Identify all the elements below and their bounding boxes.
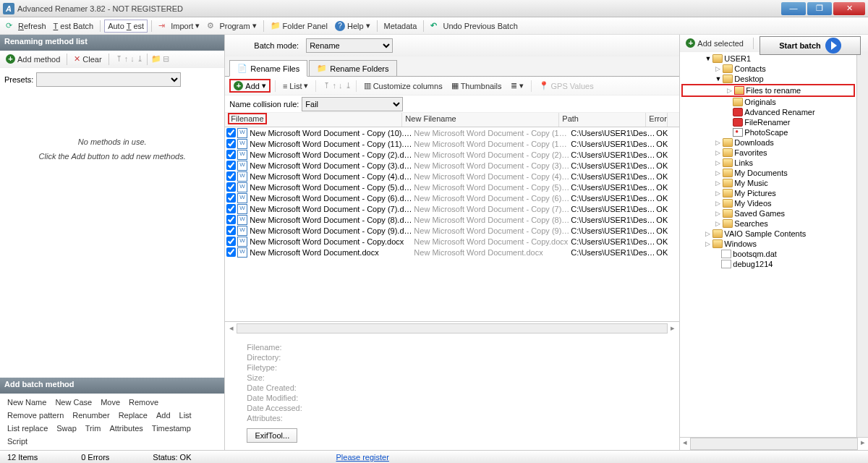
clear-button[interactable]: Clear: [71, 53, 104, 65]
tree-item[interactable]: Searches: [681, 218, 855, 229]
table-row[interactable]: New Microsoft Word Document - Copy.docxN…: [225, 236, 679, 247]
tree-item[interactable]: Desktop: [681, 74, 855, 84]
table-row[interactable]: New Microsoft Word Document - Copy (9).d…: [225, 225, 679, 236]
expand-icon[interactable]: [715, 75, 721, 82]
batch-method-replace[interactable]: Replace: [116, 409, 150, 421]
tree-item[interactable]: USER1: [681, 54, 855, 64]
tree-item[interactable]: My Pictures: [681, 188, 855, 198]
register-link[interactable]: Please register: [336, 453, 389, 462]
tree-item[interactable]: My Music: [681, 178, 855, 188]
help-menu[interactable]: Help ▾: [332, 20, 373, 33]
import-menu[interactable]: Import ▾: [156, 20, 203, 33]
tree-item[interactable]: My Documents: [681, 168, 855, 178]
batch-method-remove-pattern[interactable]: Remove pattern: [4, 409, 67, 421]
horizontal-scrollbar[interactable]: ◂▸: [225, 321, 679, 334]
batch-method-move[interactable]: Move: [98, 396, 123, 408]
file-reorder-arrows[interactable]: ⤒ ↑ ↓ ⤓: [323, 81, 351, 90]
maximize-button[interactable]: ❐: [807, 2, 832, 15]
save-icon[interactable]: ⊟: [163, 54, 169, 64]
batch-method-timestamp[interactable]: Timestamp: [149, 422, 194, 434]
add-method-button[interactable]: Add method: [3, 53, 63, 65]
customize-columns-button[interactable]: ▥ Customize columns: [361, 80, 446, 92]
expand-icon[interactable]: [705, 230, 711, 237]
tree-item[interactable]: PhotoScape: [681, 127, 855, 137]
row-checkbox[interactable]: [226, 204, 236, 213]
expand-icon[interactable]: [715, 65, 721, 72]
tree-item[interactable]: Favorites: [681, 148, 855, 158]
add-files-button[interactable]: Add ▾: [229, 79, 271, 93]
tree-item[interactable]: Downloads: [681, 137, 855, 148]
tree-item[interactable]: FileRenamer: [681, 117, 855, 127]
row-checkbox[interactable]: [226, 139, 236, 148]
batch-mode-select[interactable]: Rename: [306, 38, 393, 53]
tab-rename-files[interactable]: Rename Files: [229, 60, 307, 77]
th-error[interactable]: Error: [646, 113, 668, 127]
metadata-menu[interactable]: Metadata: [381, 20, 420, 32]
minimize-button[interactable]: —: [781, 2, 806, 15]
expand-icon[interactable]: [715, 179, 721, 187]
row-checkbox[interactable]: [226, 182, 236, 192]
undo-menu[interactable]: Undo Previous Batch: [427, 20, 520, 33]
program-menu[interactable]: Program ▾: [204, 20, 259, 33]
row-checkbox[interactable]: [226, 215, 236, 224]
table-row[interactable]: New Microsoft Word Document - Copy (4).d…: [225, 171, 679, 182]
list-button[interactable]: ≡ List ▾: [280, 80, 312, 92]
tree-item[interactable]: bootsqm.dat: [681, 249, 855, 259]
batch-method-remove[interactable]: Remove: [126, 396, 161, 408]
table-row[interactable]: New Microsoft Word Document - Copy (3).d…: [225, 160, 679, 171]
table-row[interactable]: New Microsoft Word Document - Copy (5).d…: [225, 182, 679, 192]
folder-shortcut-icon[interactable]: 📁: [151, 54, 161, 64]
batch-method-list[interactable]: List: [176, 409, 195, 421]
tree-item[interactable]: debug1214: [681, 259, 855, 269]
batch-method-swap[interactable]: Swap: [54, 422, 80, 434]
exiftool-button[interactable]: ExifTool...: [247, 428, 297, 443]
table-row[interactable]: New Microsoft Word Document - Copy (7).d…: [225, 203, 679, 214]
table-row[interactable]: New Microsoft Word Document - Copy (2).d…: [225, 149, 679, 160]
expand-icon[interactable]: [715, 200, 721, 207]
refresh-menu[interactable]: Refresh: [3, 20, 49, 33]
tree-hscrollbar[interactable]: ◂ ▸: [680, 437, 868, 450]
expand-icon[interactable]: [705, 240, 711, 247]
batch-method-trim[interactable]: Trim: [82, 422, 104, 434]
presets-select[interactable]: [36, 72, 181, 87]
th-path[interactable]: Path: [559, 113, 646, 127]
row-checkbox[interactable]: [226, 171, 236, 181]
table-row[interactable]: New Microsoft Word Document - Copy (10).…: [225, 127, 679, 138]
start-batch-button[interactable]: Start batch: [760, 36, 861, 55]
collision-select[interactable]: Fail: [302, 97, 403, 111]
gps-button[interactable]: 📍 GPS Values: [536, 80, 597, 92]
table-row[interactable]: New Microsoft Word Document - Copy (8).d…: [225, 214, 679, 225]
vertical-scrollbar[interactable]: [856, 52, 868, 437]
batch-method-add[interactable]: Add: [153, 409, 174, 421]
tree-item[interactable]: Advanced Renamer: [681, 107, 855, 117]
row-checkbox[interactable]: [226, 226, 236, 235]
th-filename[interactable]: Filename: [225, 113, 402, 127]
expand-icon[interactable]: [726, 87, 733, 94]
batch-method-renumber[interactable]: Renumber: [69, 409, 112, 421]
row-checkbox[interactable]: [226, 128, 236, 137]
expand-icon[interactable]: [715, 220, 721, 227]
tree-item[interactable]: Saved Games: [681, 208, 855, 218]
tree-item[interactable]: VAIO Sample Contents: [681, 229, 855, 239]
row-checkbox[interactable]: [226, 150, 236, 159]
expand-icon[interactable]: [715, 169, 721, 177]
row-checkbox[interactable]: [226, 161, 236, 170]
tree-item[interactable]: Originals: [681, 97, 855, 107]
reorder-arrows[interactable]: ⤒ ↑ ↓ ⤓: [116, 54, 143, 64]
table-row[interactable]: New Microsoft Word Document - Copy (6).d…: [225, 192, 679, 203]
tab-rename-folders[interactable]: Rename Folders: [309, 60, 396, 76]
test-batch-menu[interactable]: Test Batch: [51, 20, 97, 32]
sort-button[interactable]: ≣ ▾: [508, 80, 527, 92]
th-newfilename[interactable]: New Filename: [402, 113, 559, 127]
batch-method-attributes[interactable]: Attributes: [106, 422, 145, 434]
close-button[interactable]: ✕: [833, 2, 865, 15]
expand-icon[interactable]: [715, 210, 721, 217]
expand-icon[interactable]: [705, 55, 711, 62]
thumbnails-button[interactable]: ▦ Thumbnails: [448, 80, 505, 92]
row-checkbox[interactable]: [226, 247, 236, 257]
tree-item[interactable]: Contacts: [681, 64, 855, 74]
folder-panel-menu[interactable]: Folder Panel: [268, 20, 331, 33]
tree-item[interactable]: Windows: [681, 239, 855, 249]
expand-icon[interactable]: [715, 190, 721, 197]
expand-icon[interactable]: [715, 139, 721, 146]
